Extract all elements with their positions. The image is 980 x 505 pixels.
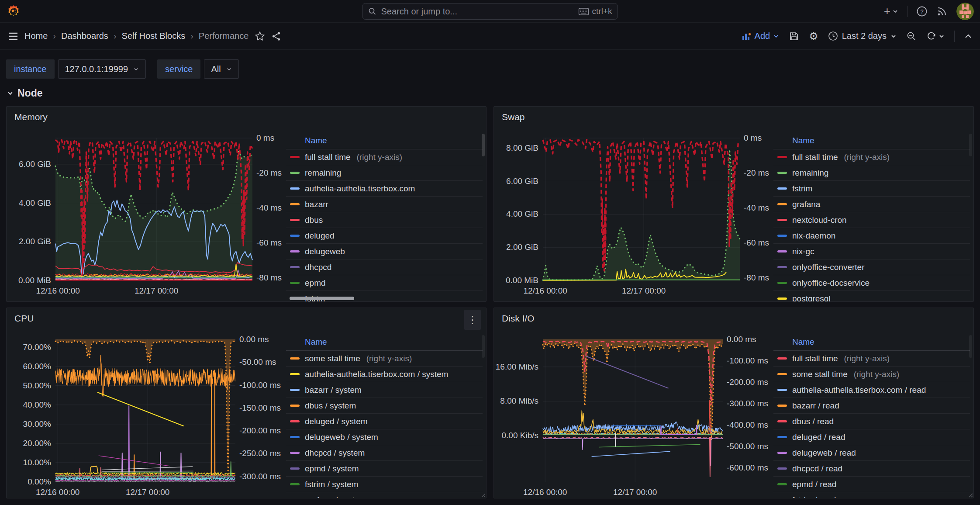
legend-row[interactable]: dbus: [286, 212, 483, 228]
save-dashboard-button[interactable]: [789, 31, 799, 42]
legend-row[interactable]: dhcpcd: [286, 259, 483, 275]
breadcrumb-item[interactable]: Home: [24, 31, 48, 41]
series-color-swatch[interactable]: [777, 235, 787, 237]
series-color-swatch[interactable]: [290, 483, 300, 485]
legend-row[interactable]: delugeweb / system: [286, 429, 483, 445]
favorite-button[interactable]: [255, 31, 265, 42]
series-color-swatch[interactable]: [290, 467, 300, 470]
panel-title[interactable]: Memory: [14, 112, 48, 122]
legend-row[interactable]: dbus / read: [773, 414, 970, 429]
series-color-swatch[interactable]: [290, 357, 300, 360]
series-color-swatch[interactable]: [290, 373, 300, 375]
legend-row[interactable]: bazarr / system: [286, 382, 483, 398]
filter-label[interactable]: service: [157, 59, 200, 79]
panel-title[interactable]: Disk I/O: [502, 313, 535, 324]
zoom-out-button[interactable]: [906, 31, 917, 42]
series-color-swatch[interactable]: [290, 156, 300, 158]
legend-row[interactable]: epmd: [286, 275, 483, 291]
news-button[interactable]: [936, 6, 948, 17]
legend-row[interactable]: authelia-authelia.tiserbox.com / read: [773, 382, 970, 398]
legend-header-name[interactable]: Name: [792, 136, 814, 145]
panel-menu-button[interactable]: ⋮: [464, 310, 481, 330]
filter-value-dropdown[interactable]: All: [204, 59, 238, 79]
legend-row[interactable]: onlyoffice-docservice: [773, 275, 970, 291]
legend-header-name[interactable]: Name: [305, 136, 327, 145]
grafana-logo[interactable]: [6, 4, 21, 19]
series-color-swatch[interactable]: [290, 172, 300, 174]
share-button[interactable]: [271, 31, 282, 42]
series-color-swatch[interactable]: [777, 357, 787, 360]
series-color-swatch[interactable]: [290, 203, 300, 205]
legend-row[interactable]: deluged: [286, 228, 483, 244]
panel-resize-handle[interactable]: [480, 491, 486, 498]
series-color-swatch[interactable]: [777, 467, 787, 470]
series-color-swatch[interactable]: [290, 250, 300, 252]
legend-row[interactable]: full stall time(right y-axis): [773, 351, 970, 367]
panel-title[interactable]: CPU: [14, 313, 34, 324]
series-color-swatch[interactable]: [777, 436, 787, 438]
legend-row[interactable]: postgresql: [773, 291, 970, 301]
legend-row[interactable]: grafana / system: [286, 492, 483, 498]
series-color-swatch[interactable]: [777, 405, 787, 407]
series-color-swatch[interactable]: [777, 373, 787, 375]
legend-row[interactable]: epmd / read: [773, 477, 970, 492]
collapse-nav-button[interactable]: [964, 33, 972, 39]
legend-row[interactable]: dhcpcd / system: [286, 445, 483, 461]
legend-row[interactable]: delugeweb: [286, 244, 483, 259]
legend-row[interactable]: bazarr / read: [773, 398, 970, 414]
series-color-swatch[interactable]: [777, 203, 787, 205]
series-color-swatch[interactable]: [777, 187, 787, 190]
legend-vertical-scrollbar[interactable]: [969, 134, 972, 156]
legend-vertical-scrollbar[interactable]: [482, 335, 485, 358]
search-input[interactable]: [381, 7, 574, 17]
series-color-swatch[interactable]: [777, 250, 787, 252]
series-color-swatch[interactable]: [290, 187, 300, 190]
legend-row[interactable]: authelia-authelia.tiserbox.com: [286, 181, 483, 197]
legend-row[interactable]: dbus / system: [286, 398, 483, 414]
dashboard-settings-button[interactable]: ⚙: [809, 30, 818, 42]
legend-row[interactable]: fstrim: [773, 181, 970, 197]
series-color-swatch[interactable]: [777, 483, 787, 485]
legend-row[interactable]: some stall time(right y-axis): [773, 367, 970, 382]
chart[interactable]: 0.00%10.00%20.00%30.00%40.00%50.00%60.00…: [7, 333, 295, 498]
legend-row[interactable]: full stall time(right y-axis): [286, 149, 483, 165]
legend-row[interactable]: grafana: [773, 197, 970, 212]
legend-row[interactable]: nix-gc: [773, 244, 970, 259]
legend-row[interactable]: bazarr: [286, 197, 483, 212]
series-color-swatch[interactable]: [290, 420, 300, 422]
series-color-swatch[interactable]: [777, 282, 787, 284]
legend-header-name[interactable]: Name: [792, 337, 814, 347]
legend-row[interactable]: nix-daemon: [773, 228, 970, 244]
series-color-swatch[interactable]: [290, 389, 300, 391]
row-node[interactable]: Node: [0, 79, 980, 105]
series-color-swatch[interactable]: [777, 172, 787, 174]
breadcrumb-item[interactable]: Performance: [199, 31, 249, 41]
legend-row[interactable]: deluged / read: [773, 429, 970, 445]
series-color-swatch[interactable]: [777, 389, 787, 391]
legend-row[interactable]: onlyoffice-converter: [773, 259, 970, 275]
legend-vertical-scrollbar[interactable]: [969, 335, 972, 358]
series-color-swatch[interactable]: [777, 156, 787, 158]
filter-value-dropdown[interactable]: 127.0.0.1:19999: [58, 59, 146, 79]
add-panel-button[interactable]: Add: [742, 31, 780, 41]
panel-resize-handle[interactable]: [967, 491, 973, 498]
series-color-swatch[interactable]: [290, 235, 300, 237]
new-dashboard-button[interactable]: +: [884, 4, 898, 18]
breadcrumb-item[interactable]: Dashboards: [61, 31, 108, 41]
series-color-swatch[interactable]: [290, 436, 300, 438]
legend-row[interactable]: remaining: [773, 165, 970, 181]
refresh-button[interactable]: [926, 31, 945, 42]
legend-row[interactable]: dhcpcd / read: [773, 461, 970, 477]
legend-row[interactable]: deluged / system: [286, 414, 483, 429]
search-bar[interactable]: ctrl+k: [362, 3, 618, 20]
chart[interactable]: 0.00 MiB2.00 GiB4.00 GiB6.00 GiB0 ms-20 …: [7, 132, 295, 302]
series-color-swatch[interactable]: [777, 452, 787, 454]
series-color-swatch[interactable]: [777, 297, 787, 300]
series-color-swatch[interactable]: [290, 452, 300, 454]
chart[interactable]: 0.00 MiB2.00 GiB4.00 GiB6.00 GiB8.00 GiB…: [494, 132, 782, 302]
series-color-swatch[interactable]: [777, 219, 787, 221]
help-button[interactable]: ?: [916, 6, 928, 17]
series-color-swatch[interactable]: [290, 266, 300, 268]
legend-row[interactable]: fstrim / read: [773, 492, 970, 498]
chart[interactable]: 0.00 Kib/s8.00 Mib/s16.00 Mib/s0.00 ms-1…: [494, 333, 782, 498]
